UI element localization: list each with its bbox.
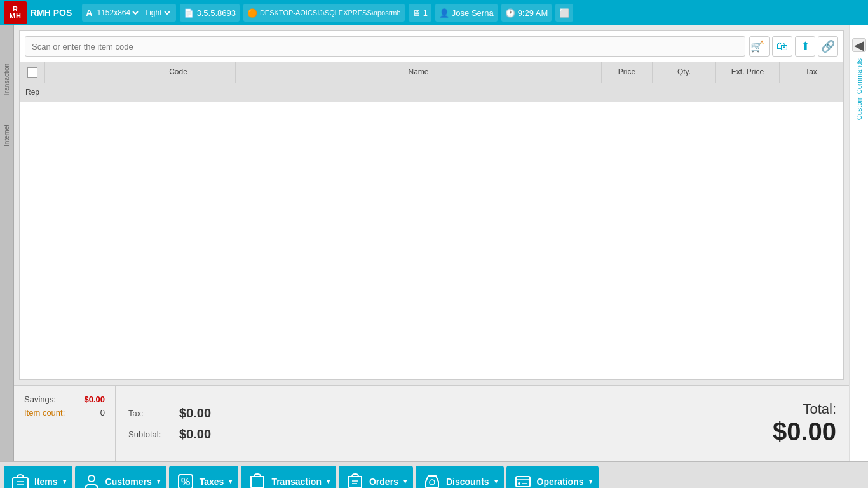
item-count-value: 0 [100,408,105,417]
upload-icon: ⬆ [801,39,810,53]
th-tax: Tax [780,62,843,83]
transaction-arrow: ▾ [327,478,330,485]
savings-section: Savings: $0.00 Item count: 0 [14,386,116,461]
font-icon: A [86,8,92,18]
th-rep: Rep [20,83,45,102]
cart-alert-button[interactable]: 🛒 ⚠ [749,36,770,57]
th-qty: Qty. [653,62,716,83]
link-icon: 🔗 [821,39,835,53]
th-price: Price [602,62,653,83]
taxes-label: Taxes [200,477,224,487]
db-box: 🟠 DESKTOP-AOICSIJ\SQLEXPRESS\nposrmh [243,4,405,22]
item-code-input[interactable] [25,36,745,57]
th-checkbox-col [20,62,45,83]
summary-bar: Savings: $0.00 Item count: 0 Tax: $0.00 … [14,385,849,461]
user-icon: 👤 [439,8,449,18]
custom-commands-label[interactable]: Custom Commands [855,58,863,120]
user-name: Jose Serna [452,8,494,18]
total-label: Total: [803,401,836,417]
savings-label: Savings: [24,395,56,404]
tax-subtotal: Tax: $0.00 Subtotal: $0.00 [116,386,709,461]
version-box: 📄 3.5.5.8693 [180,4,239,22]
items-table: Code Name Price Qty. Ext. Price Tax Rep [20,62,843,379]
main-content: 🛒 ⚠ 🛍 ⬆ 🔗 [14,25,849,461]
discounts-button[interactable]: Discounts ▾ [416,466,504,489]
orders-arrow: ▾ [403,478,407,485]
tax-value: $0.00 [179,406,211,421]
transaction-icon [247,471,268,489]
svg-rect-9 [516,477,530,487]
svg-point-3 [88,475,95,482]
upload-button[interactable]: ⬆ [795,36,815,57]
item-count-label: Item count: [24,408,65,417]
left-arrow-icon: ◀ [854,37,864,53]
user-box: 👤 Jose Serna [435,4,498,22]
taxes-icon: % [175,471,196,489]
internet-tab-label[interactable]: Internet [3,125,10,146]
link-button[interactable]: 🔗 [818,36,838,57]
toolbar-icons: 🛒 ⚠ 🛍 ⬆ 🔗 [749,36,838,57]
resize-icon: ⬜ [559,8,569,18]
monitor-count: 1 [423,8,428,18]
table-body [20,102,843,293]
orders-button[interactable]: Orders ▾ [339,466,413,489]
customers-button[interactable]: Customers ▾ [75,466,166,489]
db-icon: 🟠 [247,8,257,18]
transaction-button[interactable]: Transaction ▾ [241,466,336,489]
clock-icon: 🕐 [505,8,515,18]
discounts-icon [422,471,442,489]
resize-box[interactable]: ⬜ [555,4,573,22]
select-all-checkbox[interactable] [27,67,37,78]
th-name: Name [236,62,602,83]
operations-button[interactable]: Operations ▾ [506,466,599,489]
taxes-button[interactable]: % Taxes ▾ [169,466,239,489]
th-col2 [45,62,121,83]
customers-label: Customers [105,477,152,487]
svg-point-11 [518,482,520,485]
transaction-tab-label[interactable]: Transaction [3,64,10,97]
bag-button[interactable]: 🛍 [772,36,792,57]
resolution-select[interactable]: 1152x8641280x7681366x768 [94,8,140,18]
item-count-row: Item count: 0 [24,408,105,417]
svg-text:%: % [181,477,190,487]
svg-point-8 [430,480,435,485]
transaction-label: Transaction [271,477,322,487]
font-selector[interactable]: A 1152x8641280x7681366x768 LightDark [82,4,176,22]
total-section: Total: $0.00 [709,386,849,461]
right-sidebar: ◀ Custom Commands [849,25,868,461]
monitor-icon: 🖥 [412,8,421,18]
th-ext-price: Ext. Price [716,62,780,83]
version-label: 3.5.5.8693 [196,8,235,18]
app-logo: R MH [4,1,27,24]
table-header: Code Name Price Qty. Ext. Price Tax Rep [20,62,843,102]
orders-label: Orders [369,477,398,487]
taxes-arrow: ▾ [229,478,232,485]
search-bar: 🛒 ⚠ 🛍 ⬆ 🔗 [20,31,843,62]
monitor-box: 🖥 1 [409,4,431,22]
topbar: R MH RMH POS A 1152x8641280x7681366x768 … [0,0,868,25]
items-button[interactable]: Items ▾ [4,466,72,489]
app-title: RMH POS [31,8,72,18]
total-value: $0.00 [773,417,836,446]
bag-icon: 🛍 [776,40,788,53]
collapse-right-button[interactable]: ◀ [852,38,866,52]
db-label: DESKTOP-AOICSIJ\SQLEXPRESS\nposrmh [260,9,401,17]
savings-row: Savings: $0.00 [24,395,105,404]
discounts-arrow: ▾ [494,478,498,485]
operations-arrow: ▾ [589,478,592,485]
version-icon: 📄 [184,8,194,18]
operations-icon [513,471,533,489]
tax-row: Tax: $0.00 [128,406,696,421]
orders-icon [345,471,365,489]
items-icon [10,471,31,489]
main-layout: Transaction Internet 🛒 ⚠ 🛍 ⬆ [0,25,868,461]
theme-select[interactable]: LightDark [142,8,172,18]
tax-label: Tax: [128,409,173,418]
logo-mh: MH [10,13,21,20]
totals-section: Tax: $0.00 Subtotal: $0.00 Total: $0.00 [116,386,849,461]
items-label: Items [34,477,58,487]
left-sidebar: Transaction Internet [0,25,14,461]
subtotal-row: Subtotal: $0.00 [128,427,696,442]
subtotal-value: $0.00 [179,427,211,442]
time-label: 9:29 AM [518,8,548,18]
